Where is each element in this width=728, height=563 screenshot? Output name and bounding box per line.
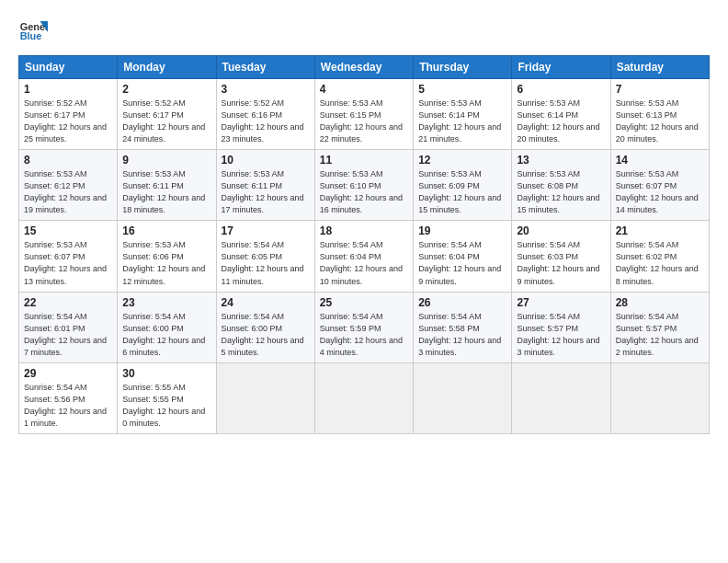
calendar-cell-2: 2 Sunrise: 5:52 AMSunset: 6:17 PMDayligh… <box>118 79 216 150</box>
day-number: 17 <box>222 224 310 237</box>
calendar-cell-22: 22 Sunrise: 5:54 AMSunset: 6:01 PMDaylig… <box>19 292 118 362</box>
day-number: 21 <box>616 224 704 237</box>
calendar-week-0: 1 Sunrise: 5:52 AMSunset: 6:17 PMDayligh… <box>19 79 710 150</box>
calendar-cell-1: 1 Sunrise: 5:52 AMSunset: 6:17 PMDayligh… <box>19 79 118 150</box>
calendar-cell-10: 10 Sunrise: 5:53 AMSunset: 6:11 PMDaylig… <box>216 150 314 221</box>
day-info: Sunrise: 5:52 AMSunset: 6:16 PMDaylight:… <box>222 98 304 144</box>
weekday-header-friday: Friday <box>512 56 610 79</box>
day-number: 10 <box>222 154 310 167</box>
day-info: Sunrise: 5:53 AMSunset: 6:12 PMDaylight:… <box>24 169 107 214</box>
day-info: Sunrise: 5:53 AMSunset: 6:09 PMDaylight:… <box>418 169 501 214</box>
day-number: 12 <box>418 154 506 167</box>
day-number: 29 <box>24 367 112 380</box>
day-info: Sunrise: 5:54 AMSunset: 6:00 PMDaylight:… <box>222 312 304 357</box>
day-info: Sunrise: 5:53 AMSunset: 6:13 PMDaylight:… <box>616 98 699 144</box>
weekday-header-row: SundayMondayTuesdayWednesdayThursdayFrid… <box>19 56 710 79</box>
day-number: 3 <box>222 83 310 96</box>
calendar-cell-7: 7 Sunrise: 5:53 AMSunset: 6:13 PMDayligh… <box>610 79 709 150</box>
calendar-week-3: 22 Sunrise: 5:54 AMSunset: 6:01 PMDaylig… <box>19 292 710 362</box>
calendar-cell-11: 11 Sunrise: 5:53 AMSunset: 6:10 PMDaylig… <box>314 150 413 221</box>
calendar-cell-19: 19 Sunrise: 5:54 AMSunset: 6:04 PMDaylig… <box>414 221 512 292</box>
day-number: 9 <box>122 154 210 167</box>
calendar-cell-14: 14 Sunrise: 5:53 AMSunset: 6:07 PMDaylig… <box>610 150 709 221</box>
calendar-cell-29: 29 Sunrise: 5:54 AMSunset: 5:56 PMDaylig… <box>19 362 118 433</box>
calendar-cell-30: 30 Sunrise: 5:55 AMSunset: 5:55 PMDaylig… <box>118 362 216 433</box>
day-number: 18 <box>320 224 408 237</box>
day-info: Sunrise: 5:53 AMSunset: 6:14 PMDaylight:… <box>418 98 501 144</box>
weekday-header-tuesday: Tuesday <box>216 56 314 79</box>
calendar-cell-6: 6 Sunrise: 5:53 AMSunset: 6:14 PMDayligh… <box>512 79 610 150</box>
calendar-week-2: 15 Sunrise: 5:53 AMSunset: 6:07 PMDaylig… <box>19 221 710 292</box>
day-info: Sunrise: 5:54 AMSunset: 6:05 PMDaylight:… <box>222 240 304 285</box>
calendar-cell-17: 17 Sunrise: 5:54 AMSunset: 6:05 PMDaylig… <box>216 221 314 292</box>
day-number: 16 <box>122 224 210 237</box>
day-number: 2 <box>122 83 210 96</box>
calendar-cell-5: 5 Sunrise: 5:53 AMSunset: 6:14 PMDayligh… <box>414 79 512 150</box>
page: General Blue SundayMondayTuesdayWednesda… <box>0 0 728 563</box>
day-info: Sunrise: 5:53 AMSunset: 6:11 PMDaylight:… <box>122 169 205 214</box>
calendar-cell-3: 3 Sunrise: 5:52 AMSunset: 6:16 PMDayligh… <box>216 79 314 150</box>
weekday-header-monday: Monday <box>118 56 216 79</box>
day-number: 11 <box>320 154 408 167</box>
day-number: 27 <box>517 296 605 309</box>
day-info: Sunrise: 5:53 AMSunset: 6:15 PMDaylight:… <box>320 98 403 144</box>
day-number: 24 <box>222 296 310 309</box>
weekday-header-saturday: Saturday <box>610 56 709 79</box>
day-info: Sunrise: 5:53 AMSunset: 6:11 PMDaylight:… <box>222 169 304 214</box>
day-number: 5 <box>418 83 506 96</box>
calendar-cell-24: 24 Sunrise: 5:54 AMSunset: 6:00 PMDaylig… <box>216 292 314 362</box>
day-info: Sunrise: 5:54 AMSunset: 5:57 PMDaylight:… <box>616 312 699 357</box>
day-info: Sunrise: 5:54 AMSunset: 6:04 PMDaylight:… <box>320 240 403 285</box>
day-info: Sunrise: 5:54 AMSunset: 6:04 PMDaylight:… <box>418 240 501 285</box>
day-info: Sunrise: 5:54 AMSunset: 5:58 PMDaylight:… <box>418 312 501 357</box>
calendar-cell-15: 15 Sunrise: 5:53 AMSunset: 6:07 PMDaylig… <box>19 221 118 292</box>
calendar-cell-26: 26 Sunrise: 5:54 AMSunset: 5:58 PMDaylig… <box>414 292 512 362</box>
day-number: 25 <box>320 296 408 309</box>
day-info: Sunrise: 5:54 AMSunset: 6:02 PMDaylight:… <box>616 240 699 285</box>
calendar-cell-13: 13 Sunrise: 5:53 AMSunset: 6:08 PMDaylig… <box>512 150 610 221</box>
day-number: 26 <box>418 296 506 309</box>
day-info: Sunrise: 5:53 AMSunset: 6:10 PMDaylight:… <box>320 169 403 214</box>
day-number: 23 <box>122 296 210 309</box>
day-number: 13 <box>517 154 605 167</box>
day-number: 22 <box>24 296 112 309</box>
day-info: Sunrise: 5:54 AMSunset: 6:00 PMDaylight:… <box>122 312 205 357</box>
calendar-cell-28: 28 Sunrise: 5:54 AMSunset: 5:57 PMDaylig… <box>610 292 709 362</box>
day-number: 4 <box>320 83 408 96</box>
day-number: 14 <box>616 154 704 167</box>
calendar-cell-25: 25 Sunrise: 5:54 AMSunset: 5:59 PMDaylig… <box>314 292 413 362</box>
day-number: 1 <box>24 83 112 96</box>
day-info: Sunrise: 5:53 AMSunset: 6:06 PMDaylight:… <box>122 240 205 285</box>
day-number: 15 <box>24 224 112 237</box>
calendar-cell-12: 12 Sunrise: 5:53 AMSunset: 6:09 PMDaylig… <box>414 150 512 221</box>
calendar-cell-4: 4 Sunrise: 5:53 AMSunset: 6:15 PMDayligh… <box>314 79 413 150</box>
calendar-cell-empty <box>512 362 610 433</box>
day-info: Sunrise: 5:53 AMSunset: 6:07 PMDaylight:… <box>24 240 107 285</box>
calendar-cell-18: 18 Sunrise: 5:54 AMSunset: 6:04 PMDaylig… <box>314 221 413 292</box>
day-info: Sunrise: 5:54 AMSunset: 5:57 PMDaylight:… <box>517 312 599 357</box>
weekday-header-sunday: Sunday <box>19 56 118 79</box>
calendar-cell-23: 23 Sunrise: 5:54 AMSunset: 6:00 PMDaylig… <box>118 292 216 362</box>
calendar-cell-empty <box>216 362 314 433</box>
day-number: 28 <box>616 296 704 309</box>
day-info: Sunrise: 5:54 AMSunset: 5:56 PMDaylight:… <box>24 383 107 428</box>
day-info: Sunrise: 5:54 AMSunset: 6:03 PMDaylight:… <box>517 240 599 285</box>
calendar-cell-21: 21 Sunrise: 5:54 AMSunset: 6:02 PMDaylig… <box>610 221 709 292</box>
calendar-cell-empty <box>610 362 709 433</box>
day-info: Sunrise: 5:55 AMSunset: 5:55 PMDaylight:… <box>122 383 205 428</box>
calendar-table: SundayMondayTuesdayWednesdayThursdayFrid… <box>18 55 710 434</box>
day-info: Sunrise: 5:52 AMSunset: 6:17 PMDaylight:… <box>24 98 107 144</box>
calendar-week-1: 8 Sunrise: 5:53 AMSunset: 6:12 PMDayligh… <box>19 150 710 221</box>
svg-text:Blue: Blue <box>20 30 42 41</box>
calendar-cell-empty <box>314 362 413 433</box>
day-number: 19 <box>418 224 506 237</box>
calendar-cell-9: 9 Sunrise: 5:53 AMSunset: 6:11 PMDayligh… <box>118 150 216 221</box>
day-number: 8 <box>24 154 112 167</box>
day-info: Sunrise: 5:54 AMSunset: 5:59 PMDaylight:… <box>320 312 403 357</box>
day-info: Sunrise: 5:54 AMSunset: 6:01 PMDaylight:… <box>24 312 107 357</box>
day-number: 20 <box>517 224 605 237</box>
calendar-cell-27: 27 Sunrise: 5:54 AMSunset: 5:57 PMDaylig… <box>512 292 610 362</box>
day-info: Sunrise: 5:52 AMSunset: 6:17 PMDaylight:… <box>122 98 205 144</box>
calendar-week-4: 29 Sunrise: 5:54 AMSunset: 5:56 PMDaylig… <box>19 362 710 433</box>
weekday-header-thursday: Thursday <box>414 56 512 79</box>
